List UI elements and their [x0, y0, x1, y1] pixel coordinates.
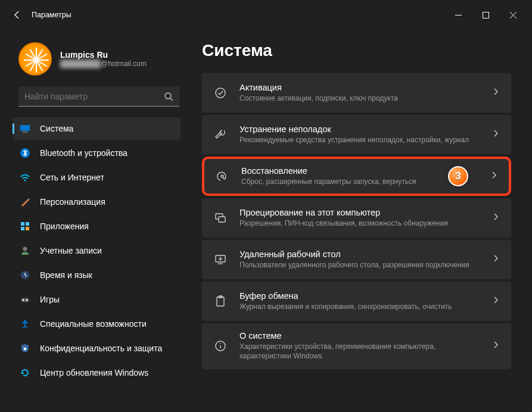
sidebar-item-time[interactable]: Время и язык	[13, 264, 181, 286]
remote-icon-wrap	[212, 253, 229, 266]
bluetooth-icon-wrap	[20, 148, 30, 158]
tile-text: Устранение неполадок Рекомендуемые средс…	[239, 124, 481, 145]
window-controls	[444, 5, 527, 24]
chevron-right-icon	[491, 254, 500, 265]
bluetooth-icon	[20, 148, 30, 158]
svg-rect-22	[217, 297, 224, 306]
search-input[interactable]	[24, 92, 164, 101]
tile-recovery[interactable]: Восстановление Сброс, расширенные параме…	[202, 157, 511, 196]
svg-rect-7	[26, 222, 29, 226]
search-wrap	[18, 86, 178, 107]
sidebar-item-privacy[interactable]: Конфиденциальность и защита	[13, 337, 181, 360]
tile-about[interactable]: О системе Характеристики устройства, пер…	[202, 323, 511, 369]
titlebar: Параметры	[1, 1, 531, 29]
tile-title: Удаленный рабочий стол	[239, 249, 481, 259]
sidebar-item-system[interactable]: Система	[13, 117, 181, 140]
clipboard-icon-wrap	[212, 295, 229, 308]
main-content: Система Активация Состояние активации, п…	[185, 29, 531, 411]
tile-troubleshoot[interactable]: Устранение неполадок Рекомендуемые средс…	[202, 115, 511, 154]
back-button[interactable]	[5, 3, 29, 27]
sidebar-item-accessibility[interactable]: Специальные возможности	[13, 313, 181, 335]
sidebar-item-label: Учетные записи	[40, 246, 102, 255]
user-name: Lumpics Ru	[60, 50, 147, 60]
about-icon	[214, 339, 227, 352]
apps-icon	[20, 221, 30, 232]
close-button[interactable]	[499, 5, 527, 24]
svg-rect-20	[219, 217, 225, 222]
user-email: ████████@hotmail.com	[60, 60, 147, 68]
svg-point-5	[24, 180, 26, 182]
tile-projecting[interactable]: Проецирование на этот компьютер Разрешен…	[202, 198, 511, 238]
tile-title: Устранение неполадок	[239, 124, 481, 134]
wifi-icon	[20, 172, 30, 183]
tile-subtitle: Пользователи удаленного рабочего стола, …	[239, 260, 481, 270]
svg-point-1	[165, 93, 171, 99]
tile-subtitle: Состояние активации, подписки, ключ прод…	[239, 93, 481, 103]
privacy-icon-wrap	[20, 343, 30, 354]
sidebar-item-gaming[interactable]: Игры	[13, 288, 181, 311]
sidebar-item-bluetooth[interactable]: Bluetooth и устройства	[13, 142, 181, 164]
recovery-icon-wrap	[214, 170, 231, 183]
body: Lumpics Ru ████████@hotmail.com СистемаB…	[1, 29, 531, 411]
svg-rect-6	[21, 222, 24, 226]
wifi-icon-wrap	[20, 172, 30, 183]
privacy-icon	[20, 343, 30, 354]
svg-rect-0	[483, 12, 489, 18]
chevron-right-icon	[491, 88, 500, 98]
system-icon	[20, 123, 30, 134]
sidebar: Lumpics Ru ████████@hotmail.com СистемаB…	[1, 29, 185, 411]
search-input-container[interactable]	[18, 86, 179, 107]
tile-subtitle: Журнал вырезания и копирования, синхрони…	[239, 302, 481, 311]
svg-rect-8	[21, 227, 24, 230]
sidebar-item-label: Время и язык	[40, 270, 92, 280]
update-icon	[20, 367, 30, 378]
tile-text: Буфер обмена Журнал вырезания и копирова…	[239, 291, 481, 311]
user-block[interactable]: Lumpics Ru ████████@hotmail.com	[8, 34, 183, 86]
sidebar-item-label: Центр обновления Windows	[40, 368, 148, 377]
tile-text: Восстановление Сброс, расширенные параме…	[241, 166, 437, 186]
troubleshoot-icon	[214, 128, 227, 141]
svg-rect-12	[21, 298, 29, 302]
sidebar-item-apps[interactable]: Приложения	[13, 215, 181, 238]
tile-activation[interactable]: Активация Состояние активации, подписки,…	[202, 73, 511, 113]
svg-point-14	[26, 299, 27, 301]
sidebar-item-account[interactable]: Учетные записи	[13, 239, 181, 262]
sidebar-item-label: Персонализация	[40, 197, 105, 207]
maximize-icon	[483, 12, 489, 18]
tile-subtitle: Разрешения, ПИН-код связывания, возможно…	[239, 219, 481, 228]
tile-remote[interactable]: Удаленный рабочий стол Пользователи удал…	[202, 240, 511, 279]
search-icon	[164, 92, 173, 101]
clipboard-icon	[214, 295, 227, 308]
sidebar-item-wifi[interactable]: Сеть и Интернет	[13, 166, 181, 189]
remote-icon	[214, 253, 227, 266]
page-title: Система	[202, 41, 511, 60]
chevron-right-icon	[491, 213, 500, 223]
tile-title: Проецирование на этот компьютер	[239, 208, 481, 217]
sidebar-item-paint[interactable]: Персонализация	[13, 191, 181, 213]
back-icon	[13, 10, 22, 20]
svg-point-17	[216, 88, 225, 98]
tile-text: Удаленный рабочий стол Пользователи удал…	[239, 249, 481, 270]
maximize-button[interactable]	[472, 5, 499, 24]
sidebar-item-label: Конфиденциальность и защита	[40, 344, 162, 353]
account-icon	[20, 245, 30, 256]
close-icon	[510, 12, 517, 18]
minimize-button[interactable]	[444, 5, 472, 24]
activation-icon	[214, 86, 227, 99]
tile-clipboard[interactable]: Буфер обмена Журнал вырезания и копирова…	[202, 282, 511, 321]
tiles-list: Активация Состояние активации, подписки,…	[202, 73, 511, 369]
sidebar-item-label: Bluetooth и устройства	[40, 148, 127, 158]
tile-subtitle: Характеристики устройства, переименовани…	[239, 342, 481, 361]
sidebar-item-label: Игры	[40, 295, 60, 304]
sidebar-item-update[interactable]: Центр обновления Windows	[13, 361, 181, 384]
svg-rect-9	[26, 227, 29, 230]
svg-rect-3	[23, 132, 27, 133]
tile-title: Активация	[239, 83, 481, 92]
tile-text: О системе Характеристики устройства, пер…	[239, 331, 481, 361]
troubleshoot-icon-wrap	[212, 128, 229, 141]
svg-point-25	[220, 344, 221, 345]
tile-title: Восстановление	[241, 166, 437, 176]
sidebar-item-label: Система	[40, 124, 73, 133]
svg-point-13	[23, 299, 24, 301]
time-icon-wrap	[20, 270, 30, 280]
